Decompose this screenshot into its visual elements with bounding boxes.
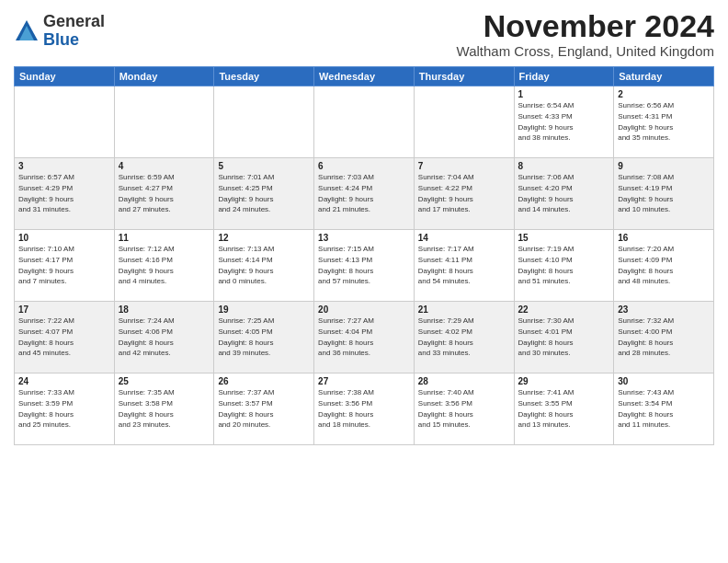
col-sunday: Sunday: [15, 67, 115, 86]
calendar-week-4: 17Sunrise: 7:22 AM Sunset: 4:07 PM Dayli…: [15, 302, 714, 373]
day-number: 18: [119, 304, 210, 315]
day-number: 21: [418, 304, 510, 315]
day-info: Sunrise: 7:08 AM Sunset: 4:19 PM Dayligh…: [618, 172, 710, 214]
calendar-cell: 19Sunrise: 7:25 AM Sunset: 4:05 PM Dayli…: [214, 302, 314, 373]
header-row: Sunday Monday Tuesday Wednesday Thursday…: [15, 67, 714, 86]
calendar-cell: 30Sunrise: 7:43 AM Sunset: 3:54 PM Dayli…: [614, 373, 714, 445]
day-info: Sunrise: 6:54 AM Sunset: 4:33 PM Dayligh…: [518, 100, 610, 143]
day-info: Sunrise: 7:35 AM Sunset: 3:58 PM Dayligh…: [119, 387, 210, 430]
logo-general: General: [43, 12, 105, 30]
calendar-cell: 5Sunrise: 7:01 AM Sunset: 4:25 PM Daylig…: [214, 158, 314, 230]
calendar-cell: 16Sunrise: 7:20 AM Sunset: 4:09 PM Dayli…: [614, 230, 714, 302]
day-info: Sunrise: 7:37 AM Sunset: 3:57 PM Dayligh…: [218, 387, 310, 430]
logo-text: General Blue: [43, 13, 105, 50]
calendar-cell: [114, 86, 214, 158]
day-number: 12: [218, 233, 310, 243]
day-number: 15: [518, 233, 610, 243]
calendar-header: Sunday Monday Tuesday Wednesday Thursday…: [15, 67, 714, 86]
day-info: Sunrise: 7:13 AM Sunset: 4:14 PM Dayligh…: [218, 244, 310, 286]
calendar-cell: 7Sunrise: 7:04 AM Sunset: 4:22 PM Daylig…: [414, 158, 514, 230]
day-number: 9: [618, 161, 710, 171]
calendar-cell: 23Sunrise: 7:32 AM Sunset: 4:00 PM Dayli…: [614, 302, 714, 373]
calendar-cell: 6Sunrise: 7:03 AM Sunset: 4:24 PM Daylig…: [314, 158, 415, 230]
day-number: 11: [119, 233, 210, 243]
title-block: November 2024 Waltham Cross, England, Un…: [457, 9, 714, 59]
day-number: 24: [18, 376, 110, 386]
header: General Blue November 2024 Waltham Cross…: [14, 9, 714, 59]
day-info: Sunrise: 7:27 AM Sunset: 4:04 PM Dayligh…: [318, 316, 410, 358]
day-info: Sunrise: 7:32 AM Sunset: 4:00 PM Dayligh…: [618, 316, 710, 358]
day-number: 16: [618, 233, 710, 243]
calendar-cell: 4Sunrise: 6:59 AM Sunset: 4:27 PM Daylig…: [114, 158, 214, 230]
calendar-week-2: 3Sunrise: 6:57 AM Sunset: 4:29 PM Daylig…: [15, 158, 714, 230]
day-info: Sunrise: 7:38 AM Sunset: 3:56 PM Dayligh…: [318, 387, 410, 430]
day-info: Sunrise: 7:22 AM Sunset: 4:07 PM Dayligh…: [18, 316, 110, 358]
day-info: Sunrise: 7:43 AM Sunset: 3:54 PM Dayligh…: [618, 387, 710, 430]
calendar-cell: 25Sunrise: 7:35 AM Sunset: 3:58 PM Dayli…: [114, 373, 214, 445]
col-friday: Friday: [514, 67, 614, 86]
logo-blue: Blue: [43, 30, 79, 49]
day-number: 19: [218, 304, 310, 315]
day-info: Sunrise: 6:57 AM Sunset: 4:29 PM Dayligh…: [18, 172, 110, 214]
calendar-week-3: 10Sunrise: 7:10 AM Sunset: 4:17 PM Dayli…: [15, 230, 714, 302]
day-number: 8: [518, 161, 610, 171]
day-info: Sunrise: 7:30 AM Sunset: 4:01 PM Dayligh…: [518, 316, 610, 358]
calendar-week-5: 24Sunrise: 7:33 AM Sunset: 3:59 PM Dayli…: [15, 373, 714, 445]
day-number: 30: [618, 376, 710, 386]
col-thursday: Thursday: [414, 67, 514, 86]
day-info: Sunrise: 7:12 AM Sunset: 4:16 PM Dayligh…: [119, 244, 210, 286]
day-info: Sunrise: 7:06 AM Sunset: 4:20 PM Dayligh…: [518, 172, 610, 214]
day-number: 17: [18, 304, 110, 315]
day-number: 2: [618, 89, 710, 99]
page: General Blue November 2024 Waltham Cross…: [0, 0, 728, 563]
day-number: 10: [18, 233, 110, 243]
day-info: Sunrise: 7:41 AM Sunset: 3:55 PM Dayligh…: [518, 387, 610, 430]
calendar-cell: 13Sunrise: 7:15 AM Sunset: 4:13 PM Dayli…: [314, 230, 415, 302]
day-number: 3: [18, 161, 110, 171]
day-number: 29: [518, 376, 610, 386]
calendar-cell: [214, 86, 314, 158]
day-number: 7: [418, 161, 510, 171]
calendar-cell: 26Sunrise: 7:37 AM Sunset: 3:57 PM Dayli…: [214, 373, 314, 445]
day-info: Sunrise: 7:24 AM Sunset: 4:06 PM Dayligh…: [119, 316, 210, 358]
calendar-cell: 2Sunrise: 6:56 AM Sunset: 4:31 PM Daylig…: [614, 86, 714, 158]
calendar-cell: 8Sunrise: 7:06 AM Sunset: 4:20 PM Daylig…: [514, 158, 614, 230]
day-number: 13: [318, 233, 410, 243]
day-number: 22: [518, 304, 610, 315]
calendar-cell: 14Sunrise: 7:17 AM Sunset: 4:11 PM Dayli…: [414, 230, 514, 302]
month-title: November 2024: [457, 9, 714, 43]
logo: General Blue: [14, 13, 105, 50]
calendar-cell: 29Sunrise: 7:41 AM Sunset: 3:55 PM Dayli…: [514, 373, 614, 445]
col-wednesday: Wednesday: [314, 67, 415, 86]
day-info: Sunrise: 7:15 AM Sunset: 4:13 PM Dayligh…: [318, 244, 410, 286]
calendar-cell: 10Sunrise: 7:10 AM Sunset: 4:17 PM Dayli…: [15, 230, 115, 302]
day-info: Sunrise: 7:17 AM Sunset: 4:11 PM Dayligh…: [418, 244, 510, 286]
logo-icon: [14, 18, 40, 44]
col-monday: Monday: [114, 67, 214, 86]
day-number: 26: [218, 376, 310, 386]
calendar-cell: 27Sunrise: 7:38 AM Sunset: 3:56 PM Dayli…: [314, 373, 415, 445]
day-info: Sunrise: 7:03 AM Sunset: 4:24 PM Dayligh…: [318, 172, 410, 214]
day-number: 23: [618, 304, 710, 315]
day-info: Sunrise: 7:29 AM Sunset: 4:02 PM Dayligh…: [418, 316, 510, 358]
day-number: 5: [218, 161, 310, 171]
calendar-cell: 20Sunrise: 7:27 AM Sunset: 4:04 PM Dayli…: [314, 302, 415, 373]
calendar-cell: 18Sunrise: 7:24 AM Sunset: 4:06 PM Dayli…: [114, 302, 214, 373]
day-info: Sunrise: 6:59 AM Sunset: 4:27 PM Dayligh…: [119, 172, 210, 214]
day-number: 6: [318, 161, 410, 171]
day-info: Sunrise: 7:20 AM Sunset: 4:09 PM Dayligh…: [618, 244, 710, 286]
day-number: 1: [518, 89, 610, 99]
day-info: Sunrise: 7:01 AM Sunset: 4:25 PM Dayligh…: [218, 172, 310, 214]
col-tuesday: Tuesday: [214, 67, 314, 86]
day-number: 27: [318, 376, 410, 386]
calendar-body: 1Sunrise: 6:54 AM Sunset: 4:33 PM Daylig…: [15, 86, 714, 445]
calendar-cell: 3Sunrise: 6:57 AM Sunset: 4:29 PM Daylig…: [15, 158, 115, 230]
col-saturday: Saturday: [614, 67, 714, 86]
calendar-cell: 12Sunrise: 7:13 AM Sunset: 4:14 PM Dayli…: [214, 230, 314, 302]
calendar-cell: 15Sunrise: 7:19 AM Sunset: 4:10 PM Dayli…: [514, 230, 614, 302]
calendar-cell: 22Sunrise: 7:30 AM Sunset: 4:01 PM Dayli…: [514, 302, 614, 373]
day-number: 20: [318, 304, 410, 315]
day-number: 14: [418, 233, 510, 243]
day-info: Sunrise: 7:33 AM Sunset: 3:59 PM Dayligh…: [18, 387, 110, 430]
calendar-cell: 17Sunrise: 7:22 AM Sunset: 4:07 PM Dayli…: [15, 302, 115, 373]
